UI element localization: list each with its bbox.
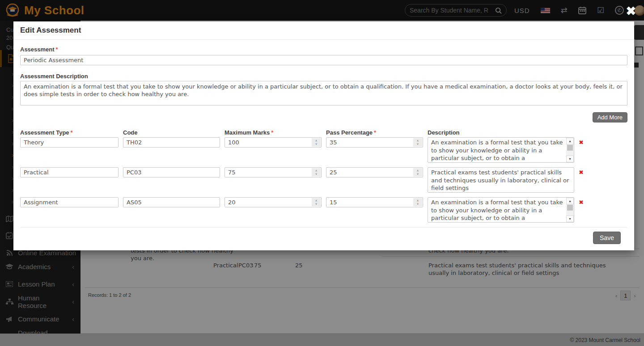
row-description-textarea[interactable]: An examination is a formal test that you… bbox=[428, 137, 574, 163]
maximum-marks-stepper[interactable]: 75 ∧∨ bbox=[225, 167, 322, 177]
assessment-type-input[interactable] bbox=[20, 197, 119, 207]
close-icon[interactable]: ✖ bbox=[626, 5, 636, 17]
required-asterisk: * bbox=[71, 129, 73, 136]
scroll-down-icon[interactable]: ▼ bbox=[566, 156, 574, 162]
textarea-scrollbar[interactable]: ▲ ▼ bbox=[566, 198, 574, 222]
scroll-up-icon[interactable]: ▲ bbox=[566, 198, 574, 204]
stepper-arrows-icon[interactable]: ∧∨ bbox=[312, 198, 321, 207]
column-header: Code bbox=[123, 129, 138, 136]
assessment-type-input[interactable] bbox=[20, 167, 119, 177]
modal-footer: Save bbox=[20, 227, 627, 244]
stepper-arrows-icon[interactable]: ∧∨ bbox=[312, 138, 321, 147]
assessment-label: Assessment* bbox=[20, 46, 627, 53]
required-asterisk: * bbox=[56, 46, 58, 53]
pass-percentage-stepper[interactable]: 35 ∧∨ bbox=[326, 137, 423, 148]
add-more-row: Add More bbox=[20, 112, 627, 122]
assessment-label-text: Assessment bbox=[20, 46, 55, 53]
row-description-text[interactable]: An examination is a formal test that you… bbox=[428, 198, 566, 222]
stepper-arrows-icon[interactable]: ∧∨ bbox=[413, 168, 422, 177]
pass-percentage-stepper[interactable]: 15 ∧∨ bbox=[326, 197, 423, 207]
assessment-description-textarea[interactable]: An examination is a formal test that you… bbox=[20, 81, 627, 105]
pass-percentage-stepper[interactable]: 25 ∧∨ bbox=[326, 167, 423, 177]
assessment-type-row: 75 ∧∨ 25 ∧∨ Practical exams test student… bbox=[20, 167, 627, 193]
maximum-marks-value: 20 bbox=[228, 199, 236, 206]
maximum-marks-value: 100 bbox=[228, 139, 239, 146]
required-asterisk: * bbox=[271, 129, 273, 136]
delete-row-button[interactable]: ✖ bbox=[579, 169, 627, 176]
maximum-marks-stepper[interactable]: 20 ∧∨ bbox=[225, 197, 322, 207]
row-column-headers: Assessment Type* Code Maximum Marks* Pas… bbox=[20, 129, 627, 136]
maximum-marks-stepper[interactable]: 100 ∧∨ bbox=[225, 137, 322, 148]
save-button[interactable]: Save bbox=[593, 232, 621, 244]
modal-title: Edit Assessment bbox=[20, 26, 81, 35]
column-header: Pass Percentage bbox=[326, 129, 373, 136]
assessment-type-row: 20 ∧∨ 15 ∧∨ An examination is a formal t… bbox=[20, 197, 627, 223]
stepper-arrows-icon[interactable]: ∧∨ bbox=[312, 168, 321, 177]
stepper-arrows-icon[interactable]: ∧∨ bbox=[413, 138, 422, 147]
scroll-up-icon[interactable]: ▲ bbox=[566, 138, 574, 144]
column-header: Assessment Type bbox=[20, 129, 69, 136]
edit-assessment-modal: Edit Assessment Assessment* Assessment D… bbox=[13, 21, 634, 250]
delete-row-button[interactable]: ✖ bbox=[579, 139, 627, 146]
assessment-type-row: 100 ∧∨ 35 ∧∨ An examination is a formal … bbox=[20, 137, 627, 163]
column-header: Description bbox=[428, 129, 460, 136]
row-description-textarea[interactable]: An examination is a formal test that you… bbox=[428, 197, 574, 223]
assessment-type-input[interactable] bbox=[20, 137, 119, 148]
scrollbar-thumb[interactable] bbox=[567, 145, 573, 151]
modal-body: Assessment* Assessment Description An ex… bbox=[13, 40, 634, 244]
row-description-textarea[interactable]: Practical exams test students' practical… bbox=[428, 167, 574, 193]
row-description-text[interactable]: An examination is a formal test that you… bbox=[428, 138, 566, 162]
column-header: Maximum Marks bbox=[225, 129, 270, 136]
app-root: My School USD ⇄ ☑ ✆ bbox=[0, 0, 644, 346]
scrollbar-thumb[interactable] bbox=[567, 205, 573, 211]
assessment-description-label: Assessment Description bbox=[20, 73, 627, 80]
stepper-arrows-icon[interactable]: ∧∨ bbox=[413, 198, 422, 207]
modal-header: Edit Assessment bbox=[13, 21, 634, 40]
code-input[interactable] bbox=[123, 197, 220, 207]
textarea-scrollbar[interactable]: ▲ ▼ bbox=[566, 138, 574, 162]
scroll-down-icon[interactable]: ▼ bbox=[566, 215, 574, 222]
assessment-input[interactable] bbox=[20, 55, 627, 65]
delete-row-button[interactable]: ✖ bbox=[579, 199, 627, 206]
row-description-text[interactable]: Practical exams test students' practical… bbox=[428, 168, 574, 192]
pass-percentage-value: 15 bbox=[330, 199, 337, 206]
code-input[interactable] bbox=[123, 137, 220, 148]
required-asterisk: * bbox=[374, 129, 376, 136]
add-more-button[interactable]: Add More bbox=[593, 112, 627, 122]
pass-percentage-value: 35 bbox=[330, 139, 337, 146]
pass-percentage-value: 25 bbox=[330, 169, 337, 176]
maximum-marks-value: 75 bbox=[228, 169, 236, 176]
code-input[interactable] bbox=[123, 167, 220, 177]
